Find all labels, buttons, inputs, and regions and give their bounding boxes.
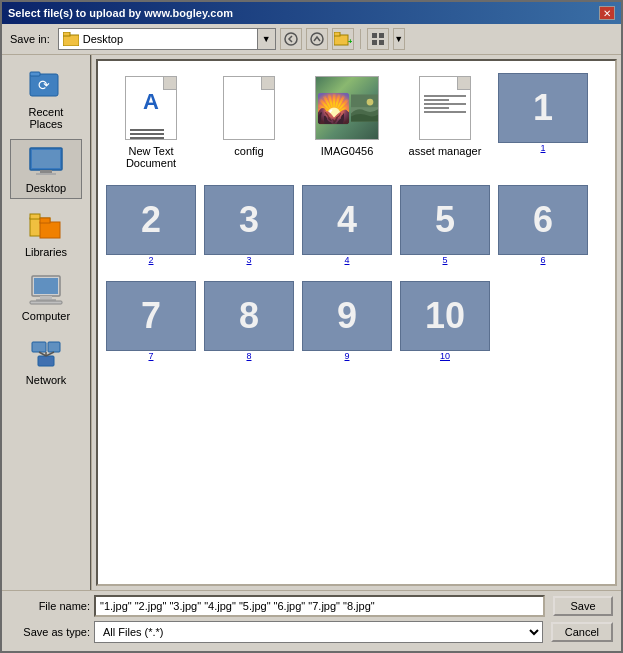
filename-input[interactable] xyxy=(94,595,545,617)
sidebar-item-recent-places[interactable]: ⟳ Recent Places xyxy=(10,63,82,135)
img6-tile: 6 xyxy=(498,185,588,255)
img1-badge: 1 xyxy=(540,143,545,153)
img9-tile: 9 xyxy=(302,281,392,351)
view-icon xyxy=(371,32,385,46)
new-text-doc-icon: A xyxy=(125,76,177,140)
filetype-select[interactable]: All Files (*.*) xyxy=(94,621,543,643)
doc-lines xyxy=(130,129,172,139)
file-item-img5[interactable]: 5 5 xyxy=(400,181,490,269)
cancel-button-wrapper: Cancel xyxy=(551,622,613,642)
file-area[interactable]: A New Text Document xyxy=(96,59,617,586)
bottom-bar: File name: Save Save as type: All Files … xyxy=(2,590,621,651)
img9-badge: 9 xyxy=(344,351,349,361)
photo-svg xyxy=(351,76,378,140)
svg-rect-5 xyxy=(334,32,340,36)
img1-tile: 1 xyxy=(498,73,588,143)
img6-number: 6 xyxy=(533,199,553,241)
save-in-dropdown-button[interactable]: ▼ xyxy=(258,28,276,50)
cancel-button[interactable]: Cancel xyxy=(551,622,613,642)
config-icon-wrapper xyxy=(214,73,284,143)
svg-rect-21 xyxy=(40,218,50,223)
new-folder-icon: + xyxy=(334,32,352,46)
asset-line-5 xyxy=(424,111,466,113)
img4-tile: 4 xyxy=(302,185,392,255)
svg-rect-15 xyxy=(32,150,60,168)
filetype-row: Save as type: All Files (*.*) Cancel xyxy=(10,621,613,643)
img2-number: 2 xyxy=(141,199,161,241)
asset-line-3 xyxy=(424,103,466,105)
save-button[interactable]: Save xyxy=(553,596,613,616)
recent-places-icon: ⟳ xyxy=(28,68,64,104)
img5-badge: 5 xyxy=(442,255,447,265)
svg-rect-8 xyxy=(379,33,384,38)
svg-point-2 xyxy=(285,33,297,45)
svg-point-3 xyxy=(311,33,323,45)
config-label: config xyxy=(234,145,263,157)
sidebar-item-network[interactable]: Network xyxy=(10,331,82,391)
asset-manager-icon xyxy=(419,76,471,140)
sidebar-item-libraries[interactable]: Libraries xyxy=(10,203,82,263)
up-button[interactable] xyxy=(306,28,328,50)
svg-rect-28 xyxy=(48,342,60,352)
file-item-img7[interactable]: 7 7 xyxy=(106,277,196,365)
svg-rect-12 xyxy=(30,72,40,76)
sidebar-item-libraries-label: Libraries xyxy=(25,246,67,258)
file-item-new-text-doc[interactable]: A New Text Document xyxy=(106,69,196,173)
asset-line-4 xyxy=(424,107,449,109)
sidebar-item-desktop-label: Desktop xyxy=(26,182,66,194)
sidebar-item-computer-label: Computer xyxy=(22,310,70,322)
view-button[interactable] xyxy=(367,28,389,50)
img7-badge: 7 xyxy=(148,351,153,361)
sidebar-item-recent-places-label: Recent Places xyxy=(15,106,77,130)
new-folder-button[interactable]: + xyxy=(332,28,354,50)
file-item-img2[interactable]: 2 2 xyxy=(106,181,196,269)
svg-text:+: + xyxy=(348,37,352,46)
view-dropdown-button[interactable]: ▼ xyxy=(393,28,405,50)
file-item-img6[interactable]: 6 6 xyxy=(498,181,588,269)
save-in-label: Save in: xyxy=(10,33,50,45)
sidebar-item-network-label: Network xyxy=(26,374,66,386)
svg-rect-20 xyxy=(40,222,60,238)
main-window: Select file(s) to upload by www.bogley.c… xyxy=(0,0,623,653)
file-item-imag0456[interactable]: IMAG0456 xyxy=(302,69,392,173)
close-button[interactable]: ✕ xyxy=(599,6,615,20)
config-icon xyxy=(223,76,275,140)
svg-rect-29 xyxy=(38,356,54,366)
file-area-wrapper: A New Text Document xyxy=(92,55,621,590)
imag0456-icon-wrapper xyxy=(312,73,382,143)
svg-rect-1 xyxy=(63,32,70,36)
toolbar-separator xyxy=(360,29,361,49)
back-button[interactable] xyxy=(280,28,302,50)
file-item-img3[interactable]: 3 3 xyxy=(204,181,294,269)
file-item-config[interactable]: config xyxy=(204,69,294,173)
img2-badge: 2 xyxy=(148,255,153,265)
sidebar: ⟳ Recent Places Desktop xyxy=(2,55,92,590)
svg-point-35 xyxy=(367,99,374,106)
file-item-img9[interactable]: 9 9 xyxy=(302,277,392,365)
save-in-combo[interactable]: Desktop xyxy=(58,28,258,50)
filename-row: File name: Save xyxy=(10,595,613,617)
folder-icon xyxy=(63,32,79,46)
img6-badge: 6 xyxy=(540,255,545,265)
asset-manager-icon-wrapper xyxy=(410,73,480,143)
sidebar-item-desktop[interactable]: Desktop xyxy=(10,139,82,199)
svg-rect-17 xyxy=(36,173,56,175)
file-item-img1[interactable]: 1 1 xyxy=(498,69,588,173)
new-text-doc-label: New Text Document xyxy=(110,145,192,169)
network-icon xyxy=(28,336,64,372)
svg-rect-9 xyxy=(372,40,377,45)
img3-tile: 3 xyxy=(204,185,294,255)
new-text-doc-icon-wrapper: A xyxy=(116,73,186,143)
file-item-img10[interactable]: 10 10 xyxy=(400,277,490,365)
svg-rect-10 xyxy=(379,40,384,45)
svg-text:⟳: ⟳ xyxy=(38,77,50,93)
window-title: Select file(s) to upload by www.bogley.c… xyxy=(8,7,233,19)
file-item-img4[interactable]: 4 4 xyxy=(302,181,392,269)
sidebar-item-computer[interactable]: Computer xyxy=(10,267,82,327)
back-icon xyxy=(284,32,298,46)
file-item-img8[interactable]: 8 8 xyxy=(204,277,294,365)
file-item-asset-manager[interactable]: asset manager xyxy=(400,69,490,173)
doc-a-letter: A xyxy=(130,89,172,115)
save-in-combo-wrapper: Desktop ▼ xyxy=(58,28,276,50)
svg-line-32 xyxy=(46,352,54,356)
